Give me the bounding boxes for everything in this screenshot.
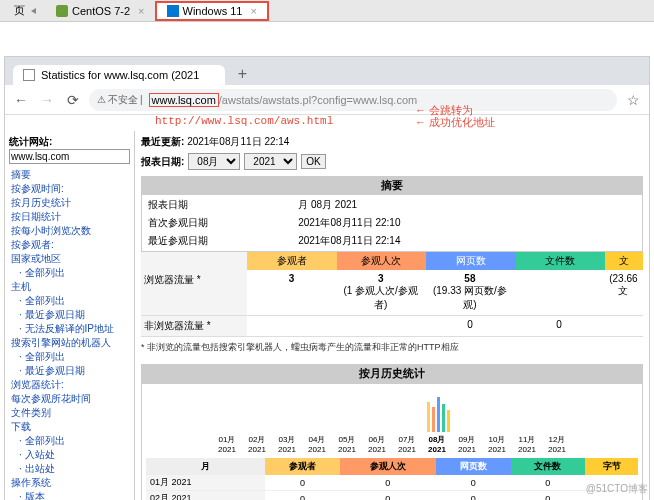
awstats-sidebar: 统计网站: 摘要按参观时间:按月历史统计按日期统计按每小时浏览次数按参观者:国家… bbox=[5, 131, 135, 500]
sidebar-head[interactable]: 摘要 bbox=[9, 168, 130, 182]
annotation-overlay: ← 会跳转为 http://www.lsq.com/aws.html ← 成功优… bbox=[5, 115, 649, 131]
sidebar-item[interactable]: 每次参观所花时间 bbox=[9, 392, 130, 406]
sidebar-subitem[interactable]: · 最近参观日期 bbox=[9, 364, 130, 378]
page-icon bbox=[23, 69, 35, 81]
os-tab-label: CentOS 7-2 bbox=[72, 5, 130, 17]
sidebar-subitem[interactable]: · 全部列出 bbox=[9, 350, 130, 364]
sidebar-subitem[interactable]: · 无法反解译的IP地址 bbox=[9, 322, 130, 336]
page-content: 统计网站: 摘要按参观时间:按月历史统计按日期统计按每小时浏览次数按参观者:国家… bbox=[5, 131, 649, 500]
sidebar-item[interactable]: 按每小时浏览次数 bbox=[9, 224, 130, 238]
sidebar-item[interactable]: 文件类别 bbox=[9, 406, 130, 420]
sidebar-item[interactable]: 国家或地区 bbox=[9, 252, 130, 266]
new-tab-button[interactable]: + bbox=[231, 63, 253, 85]
monthly-chart: 01月202102月202103月202104月202105月202106月20… bbox=[141, 383, 643, 500]
year-select[interactable]: 2021 bbox=[244, 153, 297, 170]
browser-window: Statistics for www.lsq.com (2021 + ← → ⟳… bbox=[4, 56, 650, 500]
forward-button: → bbox=[37, 90, 57, 110]
browser-tab-title: Statistics for www.lsq.com (2021 bbox=[41, 69, 199, 81]
close-icon[interactable]: × bbox=[250, 5, 256, 17]
browser-tab-bar: Statistics for www.lsq.com (2021 + bbox=[5, 57, 649, 85]
sidebar-item[interactable]: 按月历史统计 bbox=[9, 196, 130, 210]
monthly-table: 月 参观者 参观人次 网页数 文件数 字节 01月 2021000002月 20… bbox=[146, 458, 638, 500]
annotation-url: http://www.lsq.com/aws.html bbox=[155, 115, 333, 127]
os-tab-windows[interactable]: Windows 11× bbox=[155, 1, 269, 21]
last-update-value: 2021年08月11日 22:14 bbox=[187, 136, 289, 147]
os-tab-first[interactable] bbox=[4, 1, 46, 20]
annotation-success: ← 成功优化地址 bbox=[415, 115, 495, 130]
sidebar-subitem[interactable]: · 入站处 bbox=[9, 448, 130, 462]
monthly-title: 按月历史统计 bbox=[141, 364, 643, 383]
close-icon[interactable]: × bbox=[138, 5, 144, 17]
address-bar: ← → ⟳ ⚠ 不安全 | www.lsq.com/awstats/awstat… bbox=[5, 85, 649, 115]
sidebar-subitem[interactable]: · 最近参观日期 bbox=[9, 308, 130, 322]
report-date-label: 报表日期: bbox=[141, 155, 184, 169]
stats-row-nonbrowser: 非浏览器流量 * 00 bbox=[141, 316, 643, 337]
back-button[interactable]: ← bbox=[11, 90, 31, 110]
sidebar-head[interactable]: 搜索引擎网站的机器人 bbox=[9, 336, 130, 350]
ok-button[interactable]: OK bbox=[301, 154, 325, 169]
url-path: /awstats/awstats.pl?config=www.lsq.com bbox=[219, 94, 417, 106]
url-host: www.lsq.com bbox=[149, 93, 219, 107]
sidebar-subitem[interactable]: · 全部列出 bbox=[9, 434, 130, 448]
month-select[interactable]: 08月 bbox=[188, 153, 240, 170]
sidebar-head[interactable]: 按参观者: bbox=[9, 238, 130, 252]
summary-dates: 报表日期月 08月 2021 首次参观日期2021年08月11日 22:10 最… bbox=[141, 195, 643, 252]
url-input[interactable]: ⚠ 不安全 | www.lsq.com/awstats/awstats.pl?c… bbox=[89, 89, 617, 111]
sidebar-subitem[interactable]: · 版本 bbox=[9, 490, 130, 500]
sidebar-head[interactable]: 按参观时间: bbox=[9, 182, 130, 196]
domain-input[interactable] bbox=[9, 149, 130, 164]
os-tab-bar: CentOS 7-2× Windows 11× bbox=[0, 0, 654, 22]
stats-footnote: * 非浏览的流量包括搜索引擎机器人，蠕虫病毒产生的流量和非正常的HTTP相应 bbox=[141, 337, 643, 358]
report-filter: 报表日期: 08月 2021 OK bbox=[141, 153, 643, 170]
sidebar-title: 统计网站: bbox=[9, 135, 130, 149]
sidebar-subitem[interactable]: · 全部列出 bbox=[9, 266, 130, 280]
reload-button[interactable]: ⟳ bbox=[63, 90, 83, 110]
windows-icon bbox=[167, 5, 179, 17]
browser-tab[interactable]: Statistics for www.lsq.com (2021 bbox=[13, 65, 225, 85]
insecure-badge: ⚠ 不安全 | bbox=[97, 93, 143, 107]
sidebar-item[interactable]: 下载 bbox=[9, 420, 130, 434]
summary-title: 摘要 bbox=[141, 176, 643, 195]
sidebar-subitem[interactable]: · 出站处 bbox=[9, 462, 130, 476]
sidebar-item[interactable]: 按日期统计 bbox=[9, 210, 130, 224]
sidebar-head[interactable]: 浏览器统计: bbox=[9, 378, 130, 392]
stats-row-browser: 浏览器流量 * 3 3(1 参观人次/参观者) 58(19.33 网页数/参观)… bbox=[141, 270, 643, 316]
sidebar-head[interactable]: 主机 bbox=[9, 280, 130, 294]
os-tab-label: Windows 11 bbox=[183, 5, 243, 17]
awstats-main: 最近更新: 2021年08月11日 22:14 报表日期: 08月 2021 O… bbox=[135, 131, 649, 500]
stats-header: 参观者参观人次网页数文件数文 bbox=[141, 252, 643, 270]
sidebar-subitem[interactable]: · 全部列出 bbox=[9, 294, 130, 308]
centos-icon bbox=[56, 5, 68, 17]
tri-icon bbox=[31, 8, 36, 14]
os-tab-centos[interactable]: CentOS 7-2× bbox=[46, 3, 155, 19]
sidebar-head[interactable]: 操作系统 bbox=[9, 476, 130, 490]
last-update-label: 最近更新: bbox=[141, 136, 184, 147]
watermark: @51CTO博客 bbox=[586, 482, 648, 496]
bookmark-button[interactable]: ☆ bbox=[623, 90, 643, 110]
